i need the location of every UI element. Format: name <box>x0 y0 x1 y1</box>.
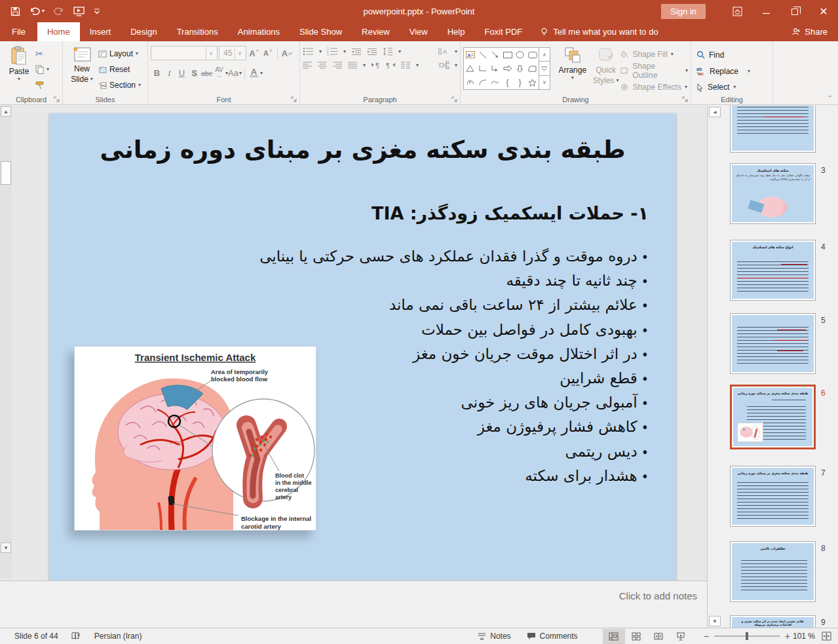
shape-arc-icon[interactable] <box>476 75 489 89</box>
shapes-gallery-scrollbar[interactable]: ∧ ∨ <box>539 47 550 90</box>
shape-left-brace-icon[interactable]: { <box>501 75 514 89</box>
notes-toggle[interactable]: Notes <box>470 628 518 644</box>
rtl-direction-button[interactable]: ¶ <box>386 62 396 69</box>
italic-button[interactable]: I <box>163 66 176 80</box>
save-icon[interactable] <box>10 7 20 16</box>
restore-button[interactable] <box>780 0 809 22</box>
align-center-button[interactable] <box>318 62 328 69</box>
copy-button[interactable]: ▾ <box>35 64 49 75</box>
zoom-slider-thumb[interactable] <box>746 632 748 640</box>
new-slide-button[interactable]: New Slide▾ <box>66 43 98 94</box>
tell-me-box[interactable]: Tell me what you want to do <box>532 22 666 41</box>
shape-oval-icon[interactable] <box>514 48 526 62</box>
thumbnail-slide-7[interactable]: طبقه بندی سکته مغزی بر مبنای دوره زمانی <box>730 466 816 527</box>
start-from-beginning-icon[interactable] <box>73 7 85 16</box>
reading-view-button[interactable] <box>647 629 670 644</box>
decrease-indent-button[interactable] <box>351 48 362 56</box>
text-shadow-button[interactable]: S <box>188 66 200 80</box>
slide-heading[interactable]: ۱- حملات ایسکمیک زودگذر: TIA <box>49 203 676 223</box>
arrange-button[interactable]: Arrange ▾ <box>554 43 591 94</box>
undo-dropdown-icon[interactable]: ▾ <box>42 9 45 13</box>
tab-insert[interactable]: Insert <box>80 22 121 41</box>
shape-arrow-icon[interactable] <box>489 48 501 62</box>
grow-font-button[interactable]: A˄ <box>248 47 260 60</box>
comments-toggle[interactable]: Comments <box>519 628 586 644</box>
tab-design[interactable]: Design <box>121 22 166 41</box>
scroll-down-icon[interactable]: ▼ <box>1 542 11 553</box>
font-color-button[interactable]: A <box>248 66 260 80</box>
convert-smartart-button[interactable] <box>439 61 449 69</box>
zoom-slider[interactable] <box>714 635 780 637</box>
zoom-out-button[interactable]: − <box>704 631 709 641</box>
shapes-scroll-more-icon[interactable] <box>539 61 550 75</box>
tab-animations[interactable]: Animations <box>228 22 290 41</box>
tab-slide-show[interactable]: Slide Show <box>290 22 352 41</box>
font-dialog-launcher-icon[interactable] <box>291 96 297 103</box>
close-button[interactable]: ✕ <box>809 0 838 22</box>
slide-canvas[interactable]: طبقه بندی سکته مغزی بر مبنای دوره زمانی … <box>49 113 676 586</box>
share-button[interactable]: Share <box>792 22 838 41</box>
scrollbar-thumb[interactable] <box>1 161 11 185</box>
shape-right-arrow-icon[interactable] <box>501 62 514 75</box>
shape-elbow-icon[interactable] <box>476 62 489 75</box>
paragraph-dialog-launcher-icon[interactable] <box>451 96 458 103</box>
shape-elbow-arrow-icon[interactable] <box>489 62 501 75</box>
replace-button[interactable]: abac Replace ▾ <box>694 65 753 78</box>
character-spacing-button[interactable]: AV↔ <box>213 66 225 80</box>
justify-button[interactable] <box>348 62 358 69</box>
tab-foxit-pdf[interactable]: Foxit PDF <box>474 22 532 41</box>
paste-button[interactable]: Paste ▾ <box>3 43 35 94</box>
sign-in-button[interactable]: Sign in <box>661 4 706 19</box>
tab-view[interactable]: View <box>400 22 438 41</box>
select-button[interactable]: Select ▾ <box>694 81 753 94</box>
drawing-dialog-launcher-icon[interactable] <box>682 96 689 103</box>
thumbnail-slide-5[interactable] <box>730 313 816 374</box>
slide-number-indicator[interactable]: Slide 6 of 44 <box>14 632 58 641</box>
shape-curve-icon[interactable] <box>489 75 501 89</box>
shapes-scroll-up-icon[interactable]: ∧ <box>539 48 550 61</box>
slide-title[interactable]: طبقه بندی سکته مغزی بر مبنای دوره زمانی <box>49 136 676 164</box>
notes-placeholder[interactable]: Click to add notes <box>619 590 697 601</box>
shape-triangle-icon[interactable] <box>464 62 476 75</box>
clipboard-dialog-launcher-icon[interactable] <box>54 96 60 103</box>
tab-help[interactable]: Help <box>438 22 475 41</box>
shape-rectangle-icon[interactable] <box>501 48 514 62</box>
panel-scrollbar[interactable] <box>708 105 717 628</box>
shape-star-icon[interactable] <box>526 75 539 89</box>
numbering-button[interactable]: 123 <box>327 47 338 56</box>
cut-button[interactable]: ✂ <box>35 48 49 60</box>
scroll-up-icon[interactable]: ▲ <box>1 106 11 117</box>
align-right-button[interactable] <box>333 62 343 69</box>
change-case-button[interactable]: Aa▾ <box>228 66 242 80</box>
minimize-button[interactable] <box>752 0 780 22</box>
shape-textbox-icon[interactable]: A <box>464 48 476 62</box>
thumbnail-slide-2[interactable] <box>730 105 816 153</box>
thumbnail-slide-6-selected[interactable]: طبقه بندی سکته مغزی بر مبنای دوره زمانی <box>730 385 816 449</box>
layout-button[interactable]: Layout▾ <box>98 48 141 60</box>
find-button[interactable]: Find <box>694 48 753 62</box>
language-indicator[interactable]: Persian (Iran) <box>94 632 142 641</box>
shrink-font-button[interactable]: A˅ <box>261 47 274 60</box>
thumbnail-slide-3[interactable]: سکته های ایسکمیک توقف ناگهانی عملکرد مغز… <box>730 163 816 224</box>
columns-button[interactable] <box>401 62 411 69</box>
format-painter-button[interactable] <box>35 79 49 91</box>
tia-illustration[interactable]: Transient Ischemic Attack Area of tempor… <box>74 346 316 531</box>
strikethrough-button[interactable]: abc <box>200 66 213 80</box>
shape-line-icon[interactable] <box>476 48 489 62</box>
bold-button[interactable]: B <box>151 66 163 80</box>
align-left-button[interactable] <box>303 62 313 69</box>
shape-right-brace-icon[interactable]: } <box>514 75 526 89</box>
reset-button[interactable]: Reset <box>98 64 141 75</box>
spell-check-icon[interactable] <box>71 632 81 641</box>
increase-indent-button[interactable] <box>367 48 377 56</box>
font-size-combo[interactable]: 45∨ <box>219 46 246 60</box>
qat-customize-icon[interactable] <box>94 8 100 14</box>
ribbon-display-options-icon[interactable] <box>723 0 752 22</box>
thumbnail-slide-9[interactable]: علائم عصبی ایجاد شده در اثر سکته مغزی و … <box>730 615 816 628</box>
line-spacing-button[interactable] <box>383 47 393 56</box>
font-name-combo[interactable]: ∨ <box>151 46 218 60</box>
tab-transitions[interactable]: Transitions <box>167 22 228 41</box>
shape-scribble-icon[interactable] <box>464 75 476 89</box>
clear-formatting-button[interactable]: A <box>281 47 294 60</box>
bullets-button[interactable] <box>303 47 314 56</box>
